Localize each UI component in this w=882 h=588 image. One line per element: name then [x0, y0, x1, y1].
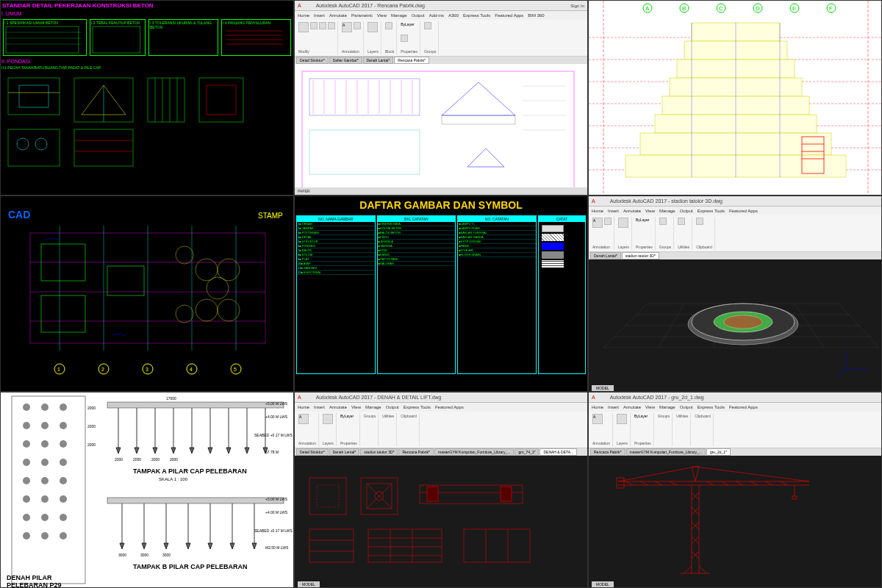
svg-rect-97: [107, 266, 144, 295]
file-tabs[interactable]: Detail Struktur*Denah Lantai*stadion tat…: [295, 448, 587, 456]
svg-rect-0: [6, 26, 79, 53]
svg-rect-29: [309, 79, 420, 115]
layer-icon[interactable]: [368, 22, 378, 32]
svg-point-141: [41, 440, 49, 448]
clipboard-icon[interactable]: [696, 218, 703, 225]
svg-line-259: [706, 481, 714, 485]
ribbon-tabs[interactable]: HomeInsertAnnotateParametricViewManageOu…: [295, 11, 587, 20]
svg-line-258: [670, 481, 677, 485]
insert-icon[interactable]: [385, 22, 392, 29]
svg-line-132: [835, 370, 846, 377]
file-tabs[interactable]: Detail Struktur*Daftar Gambar*Denah Lant…: [295, 57, 587, 64]
svg-point-136: [60, 404, 67, 411]
svg-marker-173: [190, 448, 194, 453]
title-bar: AAutodesk AutoCAD 2017 - gru_2d_1.dwg: [589, 392, 881, 403]
svg-marker-165: [116, 448, 121, 453]
svg-text:+5.00 M LWS: +5.00 M LWS: [265, 497, 288, 501]
drawing-title: STANDAR DETAIL PEKERJAAN KONSTRUKSI BETO…: [1, 1, 293, 10]
ribbon[interactable]: AAnnotation Layers ByLayerProperties Gro…: [589, 412, 881, 448]
svg-text:3: 3: [146, 367, 148, 372]
svg-line-257: [655, 481, 662, 485]
svg-text:4: 4: [190, 367, 193, 372]
rect-icon[interactable]: [328, 22, 335, 29]
svg-rect-270: [792, 496, 797, 499]
svg-text:2000: 2000: [133, 457, 141, 462]
svg-point-151: [60, 495, 67, 503]
drawing-canvas[interactable]: MODEL: [295, 456, 587, 587]
svg-text:5: 5: [234, 367, 237, 372]
svg-text:A: A: [645, 5, 650, 12]
svg-point-144: [41, 459, 49, 466]
text-icon[interactable]: A: [342, 22, 352, 32]
dimension-icon[interactable]: [354, 22, 361, 29]
file-tabs[interactable]: Rencana Pabrik*masterGYM Kumpulan_Furnit…: [589, 448, 881, 456]
svg-rect-43: [309, 130, 420, 174]
line-icon[interactable]: [298, 22, 309, 32]
arc-icon[interactable]: [319, 22, 326, 29]
svg-point-103: [176, 246, 193, 264]
drawing-canvas[interactable]: MODEL: [589, 456, 881, 587]
model-tab[interactable]: MODEL: [298, 581, 320, 587]
svg-point-148: [60, 477, 67, 484]
text-icon[interactable]: A: [592, 218, 603, 228]
text-icon[interactable]: A: [592, 414, 603, 424]
svg-line-267: [695, 467, 809, 481]
svg-marker-167: [135, 448, 139, 453]
ribbon[interactable]: AAnnotation Layers ByLayerProperties Gro…: [589, 215, 881, 252]
svg-rect-15: [148, 78, 184, 122]
layer-icon[interactable]: [618, 218, 628, 228]
svg-text:F: F: [829, 5, 833, 12]
svg-line-264: [780, 481, 787, 485]
svg-text:E: E: [792, 5, 796, 12]
drawing-canvas-3d[interactable]: MODEL: [589, 259, 881, 391]
svg-text:+4.00 M LWS: +4.00 M LWS: [265, 415, 288, 419]
svg-text:2: 2: [101, 367, 104, 372]
svg-marker-265: [692, 467, 699, 481]
section-heading: II. PONDASI: [1, 58, 293, 65]
list-column: NO. NAMA GAMBAR 1 ■ DENAH2 ■ TAMPAK3 ■ P…: [296, 215, 376, 374]
ribbon[interactable]: Modify AAnnotation Layers Block ByLayerP…: [295, 20, 587, 57]
ribbon-tabs[interactable]: HomeInsertAnnotateViewManageOutputExpres…: [295, 403, 587, 412]
svg-text:1: 1: [57, 367, 60, 372]
svg-text:+4.00 M LWS: +4.00 M LWS: [265, 510, 288, 514]
svg-line-260: [721, 481, 728, 485]
svg-point-149: [23, 495, 30, 503]
svg-text:3000: 3000: [162, 553, 171, 557]
svg-marker-199: [164, 543, 168, 549]
svg-point-24: [35, 138, 47, 150]
group-icon[interactable]: [424, 22, 431, 29]
svg-rect-163: [107, 402, 284, 408]
text-icon[interactable]: A: [298, 414, 309, 424]
match-icon[interactable]: [401, 35, 408, 42]
cad-panel-beton-detail: STANDAR DETAIL PEKERJAAN KONSTRUKSI BETO…: [0, 0, 294, 196]
svg-text:D: D: [756, 5, 760, 12]
status-bar: PAPER: [295, 187, 587, 195]
model-tab[interactable]: MODEL: [592, 385, 614, 391]
circle-icon[interactable]: [310, 22, 318, 29]
svg-text:3000: 3000: [118, 553, 126, 557]
svg-rect-238: [464, 529, 530, 562]
autocad-window-pabrik: AAutodesk AutoCAD 2017 - Rencana Pabrik.…: [294, 0, 588, 196]
svg-text:67.78 M: 67.78 M: [265, 450, 279, 454]
svg-marker-42: [467, 148, 504, 167]
ribbon-tabs[interactable]: HomeInsertAnnotateViewManageOutputExpres…: [589, 403, 881, 412]
svg-point-145: [60, 459, 67, 466]
svg-line-273: [699, 566, 706, 573]
svg-marker-197: [142, 543, 146, 549]
cad-panel-floorplan: CAD STAMP 12345: [0, 196, 294, 392]
svg-point-102: [218, 299, 240, 321]
svg-text:SEABED +0.17 M LWS: SEABED +0.17 M LWS: [254, 433, 293, 437]
file-tabs[interactable]: Denah Lantai*stadion tatolor 3D*: [589, 252, 881, 259]
ribbon[interactable]: AAnnotation Layers ByLayerProperties Gro…: [295, 412, 587, 448]
ribbon-tabs[interactable]: HomeInsertAnnotateViewManageOutputExpres…: [589, 207, 881, 215]
svg-line-262: [750, 481, 758, 485]
title-bar: AAutodesk AutoCAD 2017 - DENAH & DETAIL …: [295, 392, 587, 403]
cad-panel-pilar: 200020002000 17000 2000200020002000+5.00…: [0, 392, 294, 588]
svg-rect-11: [19, 85, 49, 107]
svg-point-101: [196, 299, 218, 321]
svg-point-135: [41, 404, 49, 411]
svg-rect-96: [41, 295, 85, 332]
drawing-canvas[interactable]: [295, 64, 587, 187]
svg-point-156: [41, 532, 49, 539]
model-tab[interactable]: MODEL: [592, 581, 614, 587]
